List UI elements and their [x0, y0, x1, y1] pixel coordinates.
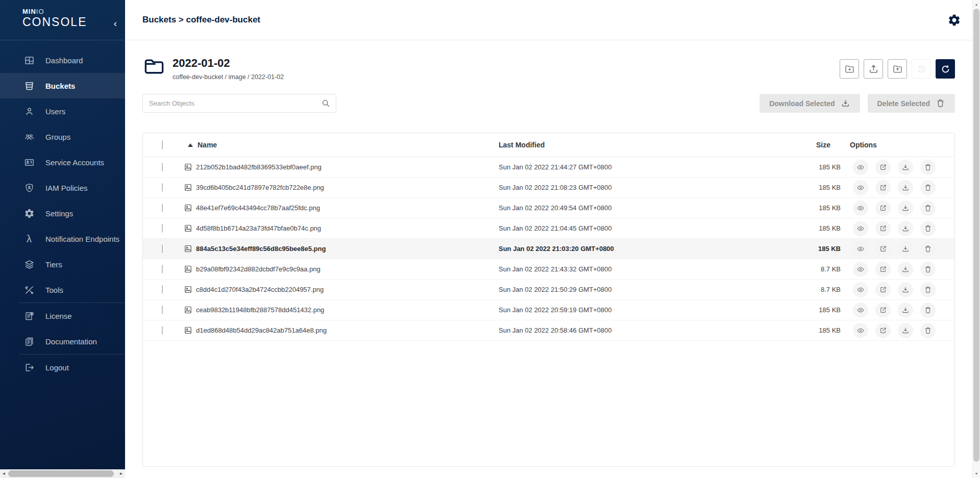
download-icon[interactable]: [898, 241, 913, 257]
refresh-button[interactable]: [936, 59, 955, 79]
trash-icon[interactable]: [920, 262, 936, 277]
table-row[interactable]: ceab9832b11948bfb2887578dd451432.png Sun…: [143, 300, 954, 320]
share-icon[interactable]: [875, 282, 891, 297]
object-name-cell[interactable]: 4d58f8b1b6714a23a73fd47bfae0b74c.png: [184, 224, 499, 233]
sidebar-item-groups[interactable]: Groups: [0, 124, 125, 149]
create-new-path-button[interactable]: [840, 59, 859, 79]
object-name-cell[interactable]: b29a08fbf92342d882dcbdf7e9c9c9aa.png: [184, 265, 499, 273]
table-row[interactable]: 884a5c13c5e34eff89c56d8c95bee8e5.png Sun…: [143, 239, 954, 259]
sidebar-item-documentation[interactable]: Documentation: [0, 329, 125, 354]
download-icon[interactable]: [898, 180, 913, 195]
preview-icon[interactable]: [853, 323, 868, 338]
object-name-cell[interactable]: ceab9832b11948bfb2887578dd451432.png: [184, 306, 499, 314]
download-icon[interactable]: [898, 323, 913, 338]
table-row[interactable]: b29a08fbf92342d882dcbdf7e9c9c9aa.png Sun…: [143, 259, 954, 280]
license-icon: [23, 310, 35, 321]
sidebar-item-tiers[interactable]: Tiers: [0, 251, 125, 277]
search-input[interactable]: [142, 94, 336, 113]
preview-icon[interactable]: [853, 262, 868, 277]
download-selected-button[interactable]: Download Selected: [760, 94, 860, 113]
table-row[interactable]: d1ed868d48b54dd29ac842ab751a64e8.png Sun…: [143, 320, 954, 341]
share-icon[interactable]: [875, 241, 891, 257]
share-icon[interactable]: [875, 180, 891, 195]
minio-console-app: MINIO CONSOLE ‹ Dashboard Buckets Users …: [0, 0, 980, 478]
sidebar-collapse-button[interactable]: ‹: [114, 18, 117, 28]
preview-icon[interactable]: [853, 241, 868, 257]
scroll-left-arrow-icon[interactable]: ◄: [0, 469, 8, 478]
upload-file-button[interactable]: [864, 59, 883, 79]
sidebar-item-license[interactable]: License: [0, 303, 125, 329]
vertical-scrollbar[interactable]: ▲ ▼: [972, 0, 980, 478]
row-checkbox[interactable]: [162, 265, 163, 273]
row-checkbox[interactable]: [162, 204, 163, 212]
table-row[interactable]: 212b052b1bad482fb8369533ebf0aeef.png Sun…: [143, 157, 954, 178]
table-row[interactable]: 48e41ef7e69c443494cc78b7aaf25fdc.png Sun…: [143, 198, 954, 218]
object-name: b29a08fbf92342d882dcbdf7e9c9c9aa.png: [196, 265, 321, 273]
row-checkbox[interactable]: [162, 163, 163, 171]
preview-icon[interactable]: [853, 221, 868, 236]
column-header-name[interactable]: Name: [184, 141, 499, 149]
breadcrumb[interactable]: Buckets > coffee-dev-bucket: [142, 15, 260, 25]
share-icon[interactable]: [875, 323, 891, 338]
object-name-cell[interactable]: c8dd4c1d270f43a2b4724ccbb2204957.png: [184, 285, 499, 294]
sidebar-item-buckets[interactable]: Buckets: [0, 73, 125, 98]
download-icon[interactable]: [898, 200, 913, 216]
rewind-button[interactable]: [912, 59, 931, 79]
preview-icon[interactable]: [853, 160, 868, 175]
trash-icon[interactable]: [920, 200, 936, 216]
sidebar-item-logout[interactable]: Logout: [0, 355, 125, 380]
row-checkbox[interactable]: [162, 285, 163, 294]
trash-icon[interactable]: [920, 221, 936, 236]
scroll-down-arrow-icon[interactable]: ▼: [973, 472, 980, 475]
download-icon[interactable]: [898, 282, 913, 297]
sidebar-item-notification-endpoints[interactable]: λ Notification Endpoints: [0, 226, 125, 251]
share-icon[interactable]: [875, 221, 891, 236]
trash-icon[interactable]: [920, 241, 936, 257]
preview-icon[interactable]: [853, 303, 868, 318]
vertical-scrollbar-thumb[interactable]: [973, 9, 979, 462]
sidebar-item-settings[interactable]: Settings: [0, 200, 125, 226]
row-checkbox[interactable]: [162, 306, 163, 314]
row-checkbox[interactable]: [162, 224, 163, 233]
download-icon[interactable]: [898, 303, 913, 318]
download-icon[interactable]: [898, 262, 913, 277]
table-row[interactable]: 4d58f8b1b6714a23a73fd47bfae0b74c.png Sun…: [143, 218, 954, 239]
trash-icon[interactable]: [920, 323, 936, 338]
row-checkbox[interactable]: [162, 183, 163, 192]
scroll-up-arrow-icon[interactable]: ▲: [973, 3, 980, 6]
object-name-cell[interactable]: 212b052b1bad482fb8369533ebf0aeef.png: [184, 163, 499, 171]
share-icon[interactable]: [875, 160, 891, 175]
sidebar-item-tools[interactable]: Tools: [0, 277, 125, 303]
horizontal-scrollbar-thumb[interactable]: [8, 470, 114, 477]
trash-icon[interactable]: [920, 180, 936, 195]
sidebar-horizontal-scrollbar[interactable]: ◄ ►: [0, 469, 125, 478]
row-checkbox[interactable]: [162, 244, 163, 253]
share-icon[interactable]: [875, 200, 891, 216]
upload-folder-button[interactable]: [888, 59, 907, 79]
trash-icon[interactable]: [920, 303, 936, 318]
object-name-cell[interactable]: 884a5c13c5e34eff89c56d8c95bee8e5.png: [184, 244, 499, 253]
scroll-right-arrow-icon[interactable]: ►: [117, 469, 125, 478]
download-icon[interactable]: [898, 160, 913, 175]
preview-icon[interactable]: [853, 180, 868, 195]
sidebar-item-iam-policies[interactable]: IAM Policies: [0, 175, 125, 200]
select-all-checkbox[interactable]: [162, 140, 163, 149]
row-checkbox[interactable]: [162, 326, 163, 335]
share-icon[interactable]: [875, 303, 891, 318]
object-name-cell[interactable]: 39cd6b405bc241d7897e782fcb722e8e.png: [184, 183, 499, 192]
sidebar-item-users[interactable]: Users: [0, 98, 125, 124]
object-name-cell[interactable]: 48e41ef7e69c443494cc78b7aaf25fdc.png: [184, 204, 499, 212]
preview-icon[interactable]: [853, 282, 868, 297]
trash-icon[interactable]: [920, 160, 936, 175]
trash-icon[interactable]: [920, 282, 936, 297]
download-icon[interactable]: [898, 221, 913, 236]
share-icon[interactable]: [875, 262, 891, 277]
delete-selected-button[interactable]: Delete Selected: [868, 94, 955, 113]
sidebar-item-service-accounts[interactable]: Service Accounts: [0, 149, 125, 175]
table-row[interactable]: 39cd6b405bc241d7897e782fcb722e8e.png Sun…: [143, 178, 954, 198]
sidebar-item-dashboard[interactable]: Dashboard: [0, 47, 125, 73]
object-name-cell[interactable]: d1ed868d48b54dd29ac842ab751a64e8.png: [184, 326, 499, 335]
gear-icon[interactable]: [947, 13, 961, 27]
preview-icon[interactable]: [853, 200, 868, 216]
table-row[interactable]: c8dd4c1d270f43a2b4724ccbb2204957.png Sun…: [143, 280, 954, 300]
